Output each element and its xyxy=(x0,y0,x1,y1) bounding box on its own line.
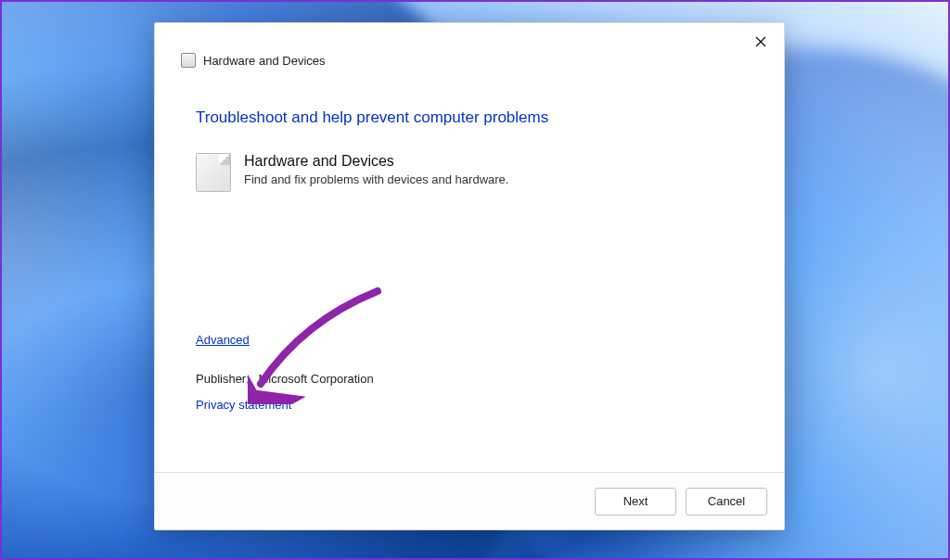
publisher-info: Publisher: Microsoft Corporation xyxy=(196,372,374,386)
window-title: Hardware and Devices xyxy=(203,54,326,68)
next-button[interactable]: Next xyxy=(595,488,676,515)
troubleshooter-header-icon xyxy=(181,53,196,68)
dialog-header: Hardware and Devices xyxy=(155,53,784,79)
publisher-value: Microsoft Corporation xyxy=(258,372,373,386)
close-button[interactable] xyxy=(745,29,777,55)
privacy-statement-link[interactable]: Privacy statement xyxy=(196,398,291,412)
troubleshooter-item: Hardware and Devices Find and fix proble… xyxy=(196,153,743,192)
advanced-link[interactable]: Advanced xyxy=(196,333,250,347)
dialog-content: Troubleshoot and help prevent computer p… xyxy=(155,79,784,472)
hardware-devices-icon xyxy=(196,153,231,192)
publisher-label: Publisher: xyxy=(196,372,250,386)
troubleshooter-title: Hardware and Devices xyxy=(244,153,508,170)
cancel-button[interactable]: Cancel xyxy=(686,488,767,515)
main-heading: Troubleshoot and help prevent computer p… xyxy=(196,108,743,127)
troubleshooter-text: Hardware and Devices Find and fix proble… xyxy=(244,153,508,186)
dialog-footer: Next Cancel xyxy=(155,472,784,529)
troubleshooter-description: Find and fix problems with devices and h… xyxy=(244,172,508,186)
troubleshooter-dialog: Hardware and Devices Troubleshoot and he… xyxy=(154,22,785,530)
close-icon xyxy=(755,36,766,47)
